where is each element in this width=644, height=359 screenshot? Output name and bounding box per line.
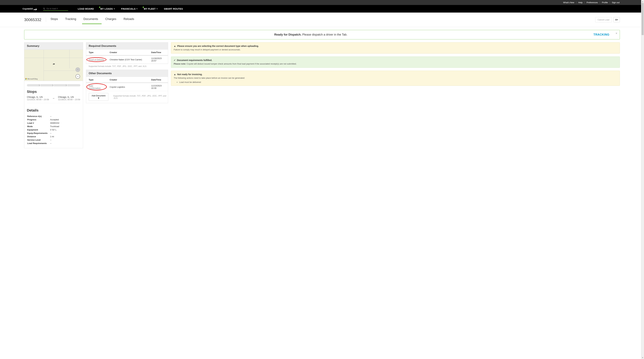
success-notice-docs-fulfilled: ✓Document requirements fulfilled. Please…	[171, 56, 620, 68]
map-zoom: + −	[76, 67, 80, 79]
detail-row: Distance1 mi	[27, 135, 80, 138]
dest-datetime: 11/18/23, 00:00 – 23:59	[58, 98, 80, 101]
arrow-right-icon: →	[52, 97, 55, 100]
logo[interactable]: CoyoteGO	[22, 7, 38, 10]
nav-my-loads[interactable]: MY LOADS ▾	[100, 7, 115, 10]
nav-load-board[interactable]: LOAD BOARD	[78, 7, 94, 10]
chevron-down-icon: ▾	[114, 8, 115, 10]
svg-rect-3	[26, 78, 27, 79]
detail-label: Distance	[27, 135, 50, 138]
origin-stop: Chicago, IL, US 11/13/23, 00:00 – 23:59	[27, 96, 49, 101]
add-doc-row: Add Document ▼ Supported formats include…	[86, 91, 168, 103]
nav-financials[interactable]: FINANCIALS ▾	[121, 7, 137, 10]
svg-rect-4	[25, 79, 26, 80]
formats-hint: Supported formats include .TXT, .PDF, .J…	[113, 95, 168, 99]
notification-dot-icon	[143, 6, 144, 8]
progress-segment	[27, 84, 40, 86]
banner-title: Ready for Dispatch.	[274, 33, 302, 36]
dest-stop: Chicago, IL, US 11/18/23, 00:00 – 23:59	[58, 96, 80, 101]
logo-text: CoyoteGO	[22, 7, 33, 10]
warning-icon: ▲	[174, 45, 176, 47]
scroll-up-icon[interactable]: ▲	[641, 0, 644, 3]
details-table: Reference #(s)-- ProgressAccepted Load #…	[27, 114, 80, 145]
preferences-link[interactable]: Preferences	[584, 1, 600, 4]
content: Ready for Dispatch. Please dispatch a dr…	[0, 27, 644, 151]
settings-button[interactable]: ✿▾	[614, 17, 620, 22]
rate-confirmation-link[interactable]: Rate Confirmation	[89, 84, 104, 89]
detail-value: --	[50, 115, 80, 118]
nav-my-fleet[interactable]: MY FLEET ▾	[144, 7, 158, 10]
col-creator: Creator	[107, 49, 148, 55]
detail-label: Service Level	[27, 138, 50, 141]
whats-new-link[interactable]: What's New	[561, 1, 576, 4]
detail-value: --	[50, 138, 80, 141]
map-credit: Microsoft Bing	[25, 78, 38, 80]
origin-location: Chicago, IL, US	[27, 96, 49, 98]
tab-stops[interactable]: Stops	[50, 16, 58, 24]
table-row: Proof of Delivery Christine Naber (COY T…	[86, 55, 168, 64]
detail-label: Load #	[27, 121, 50, 125]
detail-label: Equipment	[27, 128, 50, 131]
detail-row: Service Level--	[27, 138, 80, 141]
profile-link[interactable]: Profile	[600, 1, 610, 4]
detail-value: Accepted	[50, 118, 80, 121]
detail-row: ModeTruckload	[27, 125, 80, 128]
map-credit-text: Microsoft Bing	[27, 78, 38, 80]
doc-creator: Coyote Logistics	[107, 83, 148, 91]
add-document-button[interactable]: Add Document ▼	[89, 93, 108, 101]
formats-hint: Supported formats include .TXT, .PDF, .J…	[86, 64, 168, 70]
banner-text: Ready for Dispatch. Please dispatch a dr…	[28, 33, 594, 36]
detail-label: Equip.Requirements	[27, 132, 50, 135]
search-box[interactable]	[43, 7, 68, 11]
nav-label: MY FLEET	[144, 7, 156, 10]
notice-title: Not ready for invoicing.	[177, 73, 202, 76]
notice-title: Document requirements fulfilled.	[177, 59, 212, 61]
nav-items: LOAD BOARD MY LOADS ▾ FINANCIALS ▾ MY FL…	[78, 7, 183, 10]
close-icon[interactable]: ✕	[616, 32, 618, 34]
doc-datetime: 11/16/2023 15:57	[148, 55, 168, 64]
help-link[interactable]: Help	[576, 1, 585, 4]
cancel-load-button[interactable]: Cancel Load	[595, 17, 612, 22]
stops-section: Stops Chicago, IL, US 11/13/23, 00:00 – …	[24, 88, 83, 107]
detail-label: Progress	[27, 118, 50, 121]
notices-column: ▲Please ensure you are selecting the cor…	[171, 42, 620, 89]
header-actions: Cancel Load ✿▾	[595, 17, 620, 22]
nav-label: FINANCIALS	[121, 7, 136, 10]
doc-creator: Christine Naber (COY Test Carrier)	[107, 55, 148, 64]
search-icon	[43, 7, 45, 10]
zoom-out-button[interactable]: −	[76, 74, 80, 79]
detail-value: 1 mi	[50, 135, 80, 138]
tab-reloads[interactable]: Reloads	[124, 16, 134, 24]
tab-documents[interactable]: Documents	[84, 16, 98, 24]
scrollbar[interactable]: ▲ ▼	[641, 0, 644, 151]
nav-label: MY LOADS	[100, 7, 113, 10]
detail-row: ProgressAccepted	[27, 118, 80, 121]
proof-of-delivery-link[interactable]: Proof of Delivery	[89, 58, 104, 61]
svg-point-0	[44, 8, 45, 9]
detail-value: --	[50, 142, 80, 145]
progress-bar	[24, 81, 83, 88]
summary-panel: Summary ❧ Microsoft Bing +	[24, 42, 83, 148]
dispatch-banner: Ready for Dispatch. Please dispatch a dr…	[24, 30, 620, 39]
sign-out-link[interactable]: Sign out	[610, 1, 622, 4]
detail-value: V 53' L	[50, 128, 80, 131]
svg-rect-5	[26, 79, 27, 80]
dest-location: Chicago, IL, US	[58, 96, 80, 98]
nav-smart-routes[interactable]: SMART ROUTES	[164, 7, 183, 10]
progress-segment	[67, 84, 80, 86]
tracking-link[interactable]: TRACKING	[594, 33, 610, 36]
tab-charges[interactable]: Charges	[105, 16, 116, 24]
arrow-logo-icon	[34, 7, 38, 10]
chevron-down-icon: ▾	[136, 8, 138, 10]
zoom-in-button[interactable]: +	[76, 67, 80, 72]
search-input[interactable]	[46, 7, 68, 10]
scroll-thumb[interactable]	[642, 3, 644, 35]
map[interactable]: ❧ Microsoft Bing + −	[24, 49, 83, 81]
detail-row: Load #30065332	[27, 121, 80, 125]
progress-segment	[40, 84, 54, 86]
progress-segment	[54, 84, 67, 86]
notice-body-bold: Please note:	[174, 63, 186, 65]
col-type: Type	[86, 77, 107, 83]
load-id: 30065332	[24, 17, 46, 22]
tab-tracking[interactable]: Tracking	[65, 16, 76, 24]
